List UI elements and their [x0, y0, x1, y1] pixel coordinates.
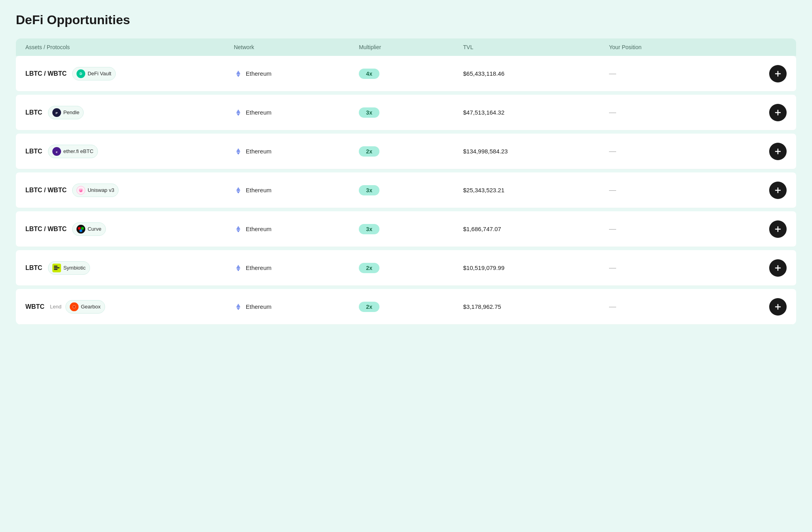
asset-cell: WBTC Lend Gearbox	[25, 300, 234, 314]
header-network: Network	[234, 44, 359, 50]
position-cell: —	[609, 147, 755, 155]
table-row: LBTC / WBTC U Uniswap v3 Ethereum 3x $25…	[16, 172, 796, 208]
etherfi-icon: e	[52, 147, 61, 156]
network-cell: Ethereum	[234, 225, 359, 233]
protocol-badge: U Uniswap v3	[72, 184, 119, 197]
tvl-cell: $47,513,164.32	[463, 109, 609, 116]
uniswap-icon: U	[77, 186, 85, 195]
ethereum-icon	[234, 147, 243, 156]
multiplier-cell: 3x	[359, 185, 463, 195]
gearbox-icon	[70, 302, 79, 311]
ethereum-icon	[234, 186, 243, 195]
network-cell: Ethereum	[234, 108, 359, 117]
svg-marker-28	[236, 226, 240, 230]
protocol-name: DeFi Vault	[88, 71, 111, 77]
protocol-badge: Symbiotic	[48, 261, 90, 275]
network-name: Ethereum	[246, 187, 272, 193]
header-tvl: TVL	[463, 44, 609, 50]
header-position: Your Position	[609, 44, 755, 50]
multiplier-value: 4x	[359, 69, 379, 79]
position-cell: —	[609, 302, 755, 311]
add-button[interactable]	[769, 298, 787, 316]
multiplier-cell: 4x	[359, 69, 463, 79]
svg-point-25	[78, 227, 80, 230]
table-row: LBTC e ether.fi eBTC Ethereum 2x $134,99…	[16, 134, 796, 169]
table-row: LBTC Symbiotic Ethereum 2x	[16, 250, 796, 286]
svg-point-26	[81, 227, 84, 230]
protocol-name: Curve	[88, 226, 102, 232]
position-cell: —	[609, 186, 755, 194]
defi-vault-icon: D	[77, 69, 85, 78]
asset-name: LBTC / WBTC	[25, 226, 67, 233]
network-name: Ethereum	[246, 226, 272, 232]
asset-cell: LBTC / WBTC D DeFi Vault	[25, 67, 234, 80]
header-action	[755, 44, 787, 50]
svg-marker-14	[236, 148, 240, 153]
add-button[interactable]	[769, 182, 787, 199]
position-cell: —	[609, 108, 755, 117]
table-row: WBTC Lend Gearbox Ethereum 2x	[16, 289, 796, 325]
curve-icon	[77, 225, 85, 233]
tvl-cell: $65,433,118.46	[463, 70, 609, 77]
table-row: LBTC / WBTC Curve Ethereum 3x	[16, 211, 796, 247]
table-header: Assets / Protocols Network Multiplier TV…	[16, 38, 796, 56]
position-cell: —	[609, 225, 755, 233]
network-cell: Ethereum	[234, 69, 359, 78]
svg-text:P: P	[56, 111, 58, 115]
asset-cell: LBTC e ether.fi eBTC	[25, 145, 234, 158]
asset-name: LBTC	[25, 264, 42, 272]
multiplier-cell: 2x	[359, 146, 463, 157]
network-name: Ethereum	[246, 264, 272, 271]
ethereum-icon	[234, 69, 243, 78]
network-cell: Ethereum	[234, 302, 359, 311]
ethereum-icon	[234, 225, 243, 233]
tvl-cell: $25,343,523.21	[463, 187, 609, 193]
network-name: Ethereum	[246, 70, 272, 77]
defi-table: Assets / Protocols Network Multiplier TV…	[16, 38, 796, 325]
add-button[interactable]	[769, 65, 787, 82]
tvl-cell: $3,178,962.75	[463, 303, 609, 310]
page-title: DeFi Opportunities	[16, 13, 796, 27]
svg-rect-35	[54, 269, 57, 270]
position-cell: —	[609, 69, 755, 78]
svg-text:D: D	[80, 72, 82, 76]
asset-cell: LBTC / WBTC Curve	[25, 222, 234, 236]
header-assets: Assets / Protocols	[25, 44, 234, 50]
ethereum-icon	[234, 302, 243, 311]
pendle-icon: P	[52, 108, 61, 117]
add-button[interactable]	[769, 104, 787, 121]
add-button[interactable]	[769, 143, 787, 160]
network-cell: Ethereum	[234, 264, 359, 272]
protocol-badge: Curve	[72, 222, 106, 236]
svg-point-27	[79, 229, 82, 232]
protocol-badge: Gearbox	[65, 300, 105, 314]
add-button[interactable]	[769, 220, 787, 238]
asset-name: LBTC / WBTC	[25, 70, 67, 77]
protocol-name: Pendle	[63, 109, 79, 115]
svg-rect-34	[54, 266, 57, 267]
multiplier-value: 3x	[359, 224, 379, 234]
table-row: LBTC / WBTC D DeFi Vault Ethereum 4x $65…	[16, 56, 796, 92]
network-name: Ethereum	[246, 148, 272, 155]
multiplier-cell: 2x	[359, 263, 463, 273]
svg-marker-20	[236, 187, 240, 191]
table-row: LBTC P Pendle Ethereum 3x $47,513,164.32…	[16, 95, 796, 130]
svg-rect-33	[54, 267, 59, 268]
svg-text:e: e	[56, 150, 57, 153]
network-cell: Ethereum	[234, 186, 359, 195]
position-cell: —	[609, 264, 755, 272]
multiplier-cell: 3x	[359, 224, 463, 234]
asset-name: LBTC	[25, 109, 42, 116]
multiplier-cell: 2x	[359, 302, 463, 312]
multiplier-value: 3x	[359, 185, 379, 195]
svg-marker-2	[236, 71, 240, 75]
asset-name: LBTC / WBTC	[25, 187, 67, 194]
ethereum-icon	[234, 264, 243, 272]
multiplier-value: 2x	[359, 263, 379, 273]
header-multiplier: Multiplier	[359, 44, 463, 50]
svg-text:U: U	[80, 188, 82, 192]
multiplier-cell: 3x	[359, 107, 463, 118]
add-button[interactable]	[769, 259, 787, 277]
protocol-badge: e ether.fi eBTC	[48, 145, 98, 158]
protocol-name: Gearbox	[81, 304, 101, 310]
